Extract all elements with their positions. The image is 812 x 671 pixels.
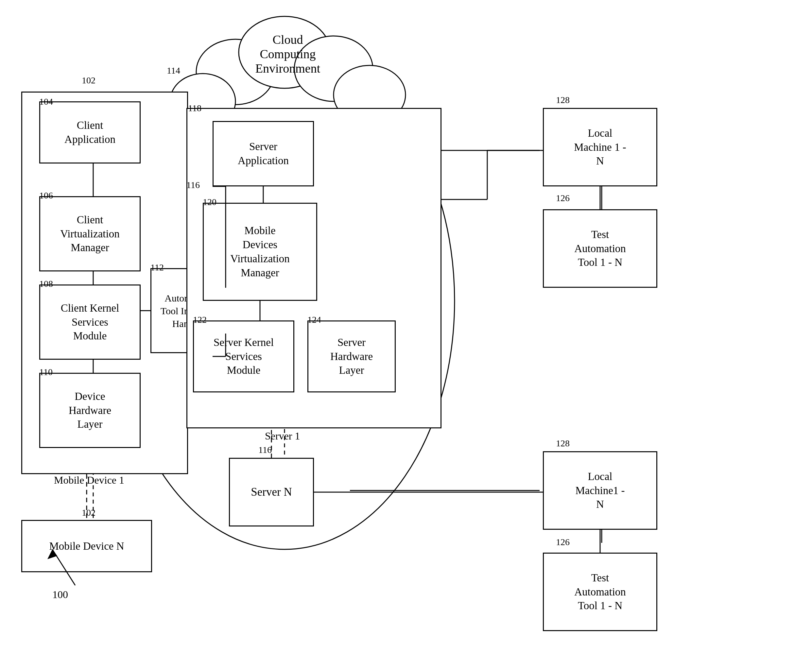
mobile-devices-virt-label: Mobile Devices Virtualization Manager <box>230 224 289 280</box>
local-machine-bot-box: Local Machine1 - N <box>543 451 657 530</box>
client-kernel-label: Client Kernel Services Module <box>61 301 119 343</box>
client-virt-manager-box: Client Virtualization Manager <box>39 196 141 271</box>
ref-102-top: 102 <box>82 75 95 86</box>
ref-120: 120 <box>203 197 216 207</box>
server-application-box: Server Application <box>213 121 314 186</box>
mobile-device-n-box: Mobile Device N <box>21 520 152 572</box>
device-hardware-box: Device Hardware Layer <box>39 373 141 448</box>
local-machine-top-box: Local Machine 1 - N <box>543 108 657 186</box>
client-virt-manager-label: Client Virtualization Manager <box>60 213 119 255</box>
server-1-label: Server 1 <box>265 430 300 442</box>
mobile-devices-virt-box: Mobile Devices Virtualization Manager <box>203 203 317 301</box>
ref-128-top: 128 <box>556 95 570 105</box>
ref-118: 118 <box>188 103 201 114</box>
ref-124: 124 <box>307 315 321 325</box>
ref-112: 112 <box>150 262 164 273</box>
server-n-box: Server N <box>229 458 314 526</box>
ref-106: 106 <box>39 190 53 201</box>
server-hardware-box: Server Hardware Layer <box>307 320 396 392</box>
ref-104: 104 <box>39 97 53 107</box>
ref-116-bot: 116 <box>258 445 272 455</box>
ref-128-bot: 128 <box>556 438 570 449</box>
mobile-device-1-label: Mobile Device 1 <box>54 474 124 486</box>
test-auto-bot-box: Test Automation Tool 1 - N <box>543 553 657 631</box>
ref-116-top: 116 <box>186 180 200 190</box>
server-kernel-box: Server Kernel Services Module <box>193 320 294 392</box>
ref-102-bot: 102 <box>82 508 95 518</box>
device-hardware-label: Device Hardware Layer <box>69 390 111 432</box>
test-auto-top-label: Test Automation Tool 1 - N <box>574 228 626 270</box>
client-application-box: Client Application <box>39 101 141 163</box>
server-application-label: Server Application <box>238 140 289 168</box>
ref-110: 110 <box>39 367 53 377</box>
server-kernel-label: Server Kernel Services Module <box>214 336 274 378</box>
cloud-label: Cloud Computing Environment <box>222 18 353 75</box>
server-n-label: Server N <box>251 485 292 500</box>
ref-126-bot: 126 <box>556 537 570 547</box>
client-kernel-box: Client Kernel Services Module <box>39 284 141 360</box>
ref-114: 114 <box>167 65 180 76</box>
client-application-label: Client Application <box>65 118 116 146</box>
server-hardware-label: Server Hardware Layer <box>330 336 373 378</box>
ref-100: 100 <box>52 589 68 601</box>
local-machine-bot-label: Local Machine1 - N <box>575 470 625 512</box>
mobile-device-n-label: Mobile Device N <box>49 539 124 553</box>
test-auto-top-box: Test Automation Tool 1 - N <box>543 209 657 288</box>
ref-122: 122 <box>193 315 207 325</box>
local-machine-top-label: Local Machine 1 - N <box>574 126 626 169</box>
diagram: Mobile Device 1 102 Client Application 1… <box>0 0 812 671</box>
ref-108: 108 <box>39 279 53 289</box>
test-auto-bot-label: Test Automation Tool 1 - N <box>574 571 626 613</box>
ref-126-top: 126 <box>556 193 570 203</box>
